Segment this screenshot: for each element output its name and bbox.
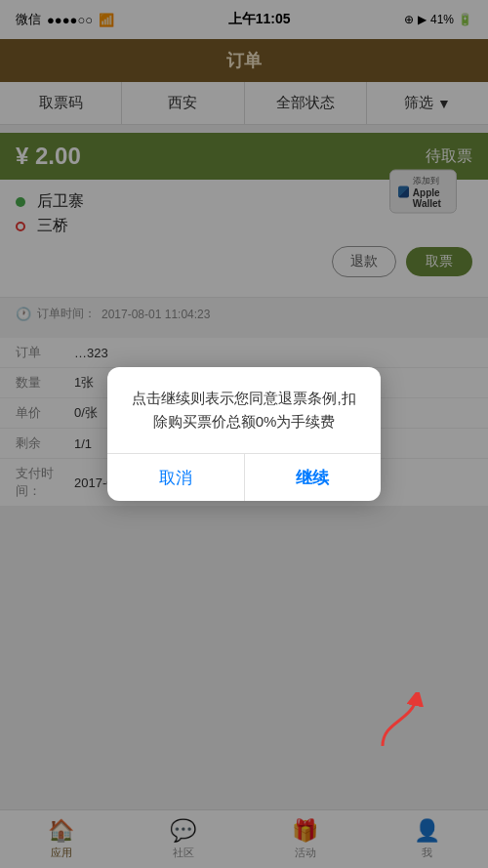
dialog-confirm-button[interactable]: 继续	[245, 454, 382, 501]
dialog-cancel-button[interactable]: 取消	[107, 454, 245, 501]
dialog-message: 点击继续则表示您同意退票条例,扣除购买票价总额0%为手续费	[132, 390, 355, 430]
dialog: 点击继续则表示您同意退票条例,扣除购买票价总额0%为手续费 取消 继续	[107, 367, 381, 501]
dialog-overlay: 点击继续则表示您同意退票条例,扣除购买票价总额0%为手续费 取消 继续	[0, 0, 488, 868]
arrow-indicator	[373, 692, 431, 751]
dialog-body: 点击继续则表示您同意退票条例,扣除购买票价总额0%为手续费	[107, 367, 381, 453]
dialog-actions: 取消 继续	[107, 454, 381, 501]
